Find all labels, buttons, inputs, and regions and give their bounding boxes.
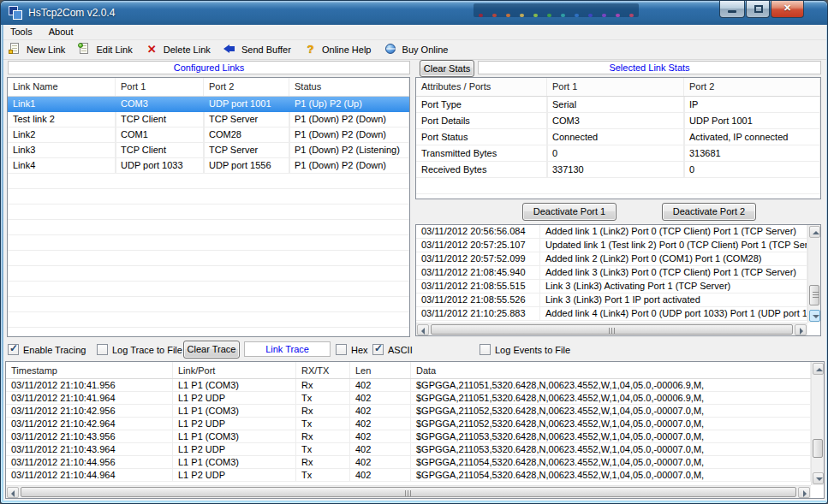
delete-link-button[interactable]: ✕ Delete Link (142, 41, 216, 59)
trace-data-cell: $GPGGA,211054,5320.6428,N,00623.4552,W,1… (411, 469, 811, 482)
trace-row[interactable]: 03/11/2012 21:10:44.964 L1 P2 UDP Tx 402… (6, 469, 811, 482)
deactivate-port2-button[interactable]: Deactivate Port 2 (662, 203, 756, 221)
links-col-name[interactable]: Link Name (8, 78, 116, 96)
link-port1-cell: TCP Client (116, 112, 204, 127)
close-button[interactable]: ✕ (771, 1, 804, 18)
hex-checkbox[interactable] (336, 344, 347, 355)
log-trace-checkbox[interactable] (97, 344, 108, 355)
trace-col-timestamp[interactable]: Timestamp (6, 362, 173, 378)
event-msg-cell: Link 3 (Link3) Activating Port 1 (TCP Se… (540, 280, 807, 294)
stat-p1-cell: Connected (547, 129, 684, 145)
trace-row[interactable]: 03/11/2012 21:10:43.964 L1 P2 UDP Tx 402… (6, 443, 811, 456)
scroll-thumb[interactable] (809, 285, 819, 305)
trace-data-cell: $GPGGA,211052,5320.6428,N,00623.4552,W,1… (411, 405, 811, 418)
link-row[interactable]: Link3 TCP Client TCP Server P1 (Down) P2… (8, 143, 409, 158)
trace-ts-cell: 03/11/2012 21:10:44.956 (6, 456, 173, 469)
minimize-button[interactable] (719, 1, 745, 18)
titlebar[interactable]: HsTcp2Com v2.0.4 ✕ (1, 1, 827, 25)
trace-port-cell: L1 P2 UDP (173, 443, 296, 456)
stats-col-attr[interactable]: Attributes / Ports (416, 78, 547, 96)
scroll-thumb[interactable] (21, 487, 796, 497)
stats-col-port2[interactable]: Port 2 (684, 78, 820, 96)
new-link-button[interactable]: New Link (5, 41, 70, 59)
scroll-thumb[interactable] (813, 439, 823, 458)
event-vscrollbar[interactable] (807, 225, 820, 323)
configured-links-header: Configured Links (8, 61, 410, 74)
trace-dir-cell: Tx (296, 443, 350, 456)
event-row[interactable]: 03/11/2012 21:08:45.940 Added link 3 (Li… (416, 266, 807, 280)
links-col-port1[interactable]: Port 1 (116, 78, 204, 96)
menu-tools[interactable]: Tools (3, 25, 39, 40)
links-col-port2[interactable]: Port 2 (204, 78, 289, 96)
check-icon: ✓ (374, 342, 383, 354)
scroll-thumb[interactable] (431, 324, 793, 335)
trace-col-linkport[interactable]: Link/Port (173, 362, 296, 378)
arrow-up-icon (813, 231, 819, 234)
links-empty-rows (8, 174, 409, 336)
event-row[interactable]: 03/11/2012 20:56:56.084 Added link 1 (Li… (416, 225, 807, 239)
trace-col-len[interactable]: Len (350, 362, 411, 378)
trace-col-data[interactable]: Data (411, 362, 811, 378)
online-help-button[interactable]: ? Online Help (301, 41, 377, 59)
trace-row[interactable]: 03/11/2012 21:10:42.956 L1 P1 (COM3) Rx … (6, 405, 811, 418)
log-events-label[interactable]: Log Events to File (495, 345, 570, 355)
scroll-up-button[interactable] (809, 226, 820, 238)
stats-row[interactable]: Port Details COM3 UDP Port 1001 (416, 113, 820, 129)
link-row[interactable]: Link4 UDP port 1033 UDP port 1556 P1 (Do… (8, 158, 409, 174)
trace-len-cell: 402 (350, 443, 411, 456)
trace-row[interactable]: 03/11/2012 21:10:41.956 L1 P1 (COM3) Rx … (6, 379, 811, 392)
menu-about[interactable]: About (42, 25, 80, 40)
trace-row[interactable]: 03/11/2012 21:10:43.956 L1 P1 (COM3) Rx … (6, 430, 811, 443)
stats-row[interactable]: Transmitted Bytes 0 313681 (416, 145, 820, 162)
trace-hscrollbar[interactable] (6, 485, 811, 498)
stats-row[interactable]: Received Bytes 337130 0 (416, 162, 820, 178)
log-events-checkbox[interactable] (480, 344, 491, 355)
scroll-down-button[interactable] (809, 310, 820, 322)
link-row[interactable]: Test link 2 TCP Client TCP Server P1 (Do… (8, 112, 409, 127)
deactivate-port1-button[interactable]: Deactivate Port 1 (522, 203, 617, 221)
edit-link-button[interactable]: Edit Link (74, 41, 137, 59)
link-trace-panel: Link Trace (244, 341, 331, 357)
event-row[interactable]: 03/11/2012 21:08:55.515 Link 3 (Link3) A… (416, 280, 807, 294)
event-row[interactable]: 03/11/2012 21:08:55.526 Link 3 (Link3) P… (416, 294, 807, 307)
clear-trace-button[interactable]: Clear Trace (183, 341, 240, 359)
maximize-button[interactable] (746, 1, 770, 18)
scroll-down-button[interactable] (813, 472, 824, 484)
buy-online-button[interactable]: Buy Online (381, 41, 454, 59)
scroll-up-button[interactable] (813, 363, 824, 375)
trace-dir-cell: Rx (296, 456, 350, 469)
event-time-cell: 03/11/2012 20:57:25.107 (416, 239, 540, 252)
stat-attr-cell: Port Type (416, 97, 547, 113)
scroll-left-button[interactable] (417, 324, 429, 335)
clear-stats-button[interactable]: Clear Stats (420, 60, 474, 77)
enable-tracing-label[interactable]: Enable Tracing (23, 345, 86, 355)
hex-label[interactable]: Hex (351, 345, 368, 355)
send-buffer-button[interactable]: Send Buffer (220, 41, 296, 59)
scroll-right-button[interactable] (795, 324, 807, 335)
event-row[interactable]: 03/11/2012 20:57:25.107 Updated link 1 (… (416, 239, 807, 252)
link-row[interactable]: Link1 COM3 UDP port 1001 P1 (Up) P2 (Up) (8, 97, 409, 112)
log-trace-label[interactable]: Log Trace to File (112, 345, 182, 355)
enable-tracing-checkbox[interactable]: ✓ (8, 344, 19, 355)
stat-attr-cell: Transmitted Bytes (416, 145, 547, 162)
event-row[interactable]: 03/11/2012 20:57:52.099 Added link 2 (Li… (416, 252, 807, 266)
link-row[interactable]: Link2 COM1 COM28 P1 (Down) P2 (Down) (8, 127, 409, 143)
event-hscrollbar[interactable] (416, 323, 807, 335)
scroll-right-button[interactable] (798, 487, 810, 498)
scroll-left-button[interactable] (7, 487, 19, 498)
ascii-label[interactable]: ASCII (388, 345, 413, 355)
trace-dir-cell: Tx (296, 469, 350, 482)
stats-col-port1[interactable]: Port 1 (547, 78, 684, 96)
stats-row[interactable]: Port Status Connected Activated, IP conn… (416, 129, 820, 145)
trace-row[interactable]: 03/11/2012 21:10:41.964 L1 P2 UDP Tx 402… (6, 392, 811, 405)
links-col-status[interactable]: Status (289, 78, 409, 96)
trace-port-cell: L1 P1 (COM3) (173, 405, 296, 418)
event-row[interactable]: 03/11/2012 21:10:25.883 Added link 4 (Li… (416, 307, 807, 321)
ascii-checkbox[interactable]: ✓ (372, 344, 384, 355)
stats-row[interactable]: Port Type Serial IP (416, 97, 820, 113)
trace-row[interactable]: 03/11/2012 21:10:44.956 L1 P1 (COM3) Rx … (6, 456, 811, 469)
trace-row[interactable]: 03/11/2012 21:10:42.964 L1 P2 UDP Tx 402… (6, 418, 811, 430)
trace-vscrollbar[interactable] (811, 362, 824, 485)
trace-col-rxtx[interactable]: RX/TX (296, 362, 350, 378)
stat-p1-cell: 0 (547, 145, 684, 162)
